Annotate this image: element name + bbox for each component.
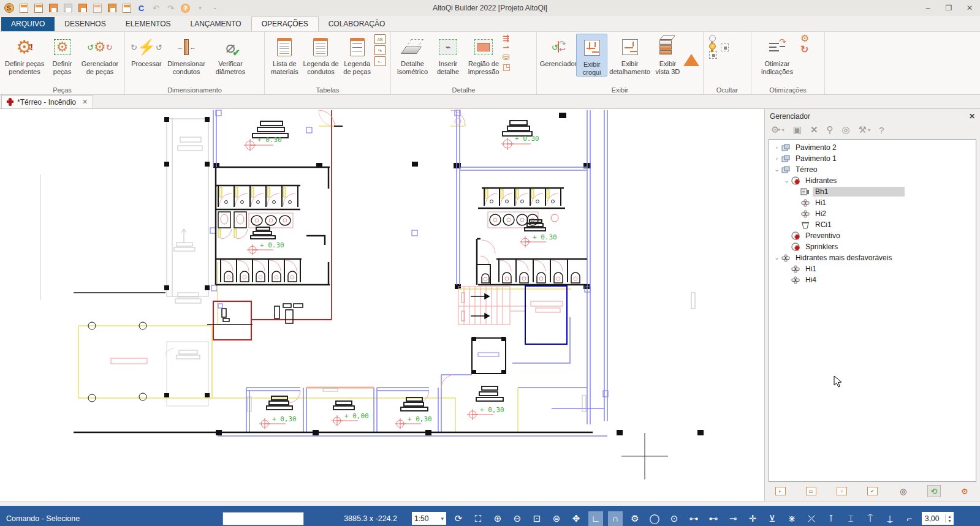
print-icon[interactable] bbox=[107, 3, 117, 13]
corner-ruler-icon[interactable]: ⌐ bbox=[902, 511, 917, 526]
exibir-detalhamento-button[interactable]: Exibir detalhamento bbox=[607, 34, 651, 75]
tab-operacoes[interactable]: OPERAÇÕES bbox=[251, 17, 319, 31]
box-3d-icon[interactable]: ◳ bbox=[503, 62, 511, 72]
processar-button[interactable]: ↻⚡↺ Processar bbox=[129, 34, 164, 68]
tree-item-pavimento-2[interactable]: › Pavimento 2 bbox=[769, 142, 976, 153]
exibir-croqui-button[interactable]: Exibir croqui bbox=[576, 34, 607, 77]
zoom-in-icon[interactable]: ⊕ bbox=[490, 511, 505, 526]
open-project-icon[interactable]: ▣ bbox=[793, 124, 802, 135]
panel-help-icon[interactable]: ? bbox=[879, 125, 884, 135]
gerenciador-de-pecas-button[interactable]: ↺⚙↻ Gerenciador de peças bbox=[79, 34, 121, 75]
tree-item-bh1[interactable]: Bh1 bbox=[769, 186, 976, 197]
snap-insert-icon[interactable]: ⌶ bbox=[843, 511, 858, 526]
tree-item-hmd-hi1[interactable]: Hi1 bbox=[769, 263, 976, 274]
lista-de-materiais-button[interactable]: Lista de materiais bbox=[268, 34, 301, 75]
chevron-down-icon[interactable]: ⌄ bbox=[773, 167, 781, 173]
bulb-off-icon[interactable] bbox=[709, 35, 716, 42]
snap-settings-icon[interactable]: ⚙ bbox=[628, 511, 642, 526]
hierarchy-view-icon[interactable]: ⑂ bbox=[835, 485, 848, 497]
refresh-project-icon[interactable]: C bbox=[136, 3, 146, 13]
restore-button[interactable]: ❐ bbox=[938, 1, 959, 15]
check-view-icon[interactable]: ✔ bbox=[865, 485, 879, 497]
roof-triangle-icon[interactable] bbox=[683, 43, 699, 66]
detalhe-isometrico-button[interactable]: Detalhe isométrico bbox=[395, 34, 430, 75]
exibir-vista-3d-button[interactable]: Exibir vista 3D bbox=[652, 34, 683, 75]
snap-endpoint-icon[interactable]: ⊶ bbox=[686, 511, 701, 526]
optimize-refresh-icon[interactable]: ↻ bbox=[800, 43, 809, 55]
refresh-view-icon[interactable]: ⟳ bbox=[451, 511, 466, 526]
open-drawing-icon[interactable] bbox=[18, 3, 29, 13]
manager-view-icon[interactable]: ⟲ bbox=[927, 485, 941, 497]
qat-overflow-icon[interactable]: ⹀ bbox=[210, 3, 220, 13]
zoom-previous-icon[interactable]: ⊜ bbox=[549, 511, 564, 526]
snap-node-icon[interactable]: ⊸ bbox=[726, 511, 740, 526]
tab-desenhos[interactable]: DESENHOS bbox=[55, 17, 115, 31]
flashlight-icon[interactable]: ⚲ bbox=[827, 124, 834, 135]
legenda-de-pecas-button[interactable]: Legenda de peças bbox=[341, 34, 373, 75]
verificar-diametros-button[interactable]: ⌀✔ Verificar diâmetros bbox=[208, 34, 253, 75]
pan-icon[interactable]: ✥ bbox=[569, 511, 583, 526]
cylinder-3d-icon[interactable]: ⛁ bbox=[503, 52, 511, 62]
minimize-button[interactable]: – bbox=[917, 1, 938, 15]
zoom-out-icon[interactable]: ⊖ bbox=[510, 511, 525, 526]
snap-distance-spinner[interactable]: 3,00 ▲▼ bbox=[922, 512, 954, 525]
tab-arquivo[interactable]: ARQUIVO bbox=[1, 17, 55, 31]
optimize-settings-icon[interactable]: ⚙ bbox=[800, 34, 809, 43]
definir-pecas-button[interactable]: ⚙ Definir peças bbox=[45, 34, 79, 75]
redo-icon[interactable]: ↷ bbox=[165, 3, 176, 13]
snap-extension-icon[interactable]: ⊻ bbox=[765, 511, 780, 526]
tree-view-icon[interactable]: ⊦ bbox=[773, 485, 787, 497]
gerenciador-button[interactable]: ↺↷↩ Gerenciador bbox=[541, 34, 576, 68]
legenda-de-condutos-button[interactable]: Legenda de condutos bbox=[301, 34, 341, 75]
command-input[interactable] bbox=[222, 512, 304, 525]
tree-item-terreo[interactable]: ⌄ Térreo bbox=[769, 164, 976, 175]
legend-ab-icon[interactable]: AB bbox=[374, 34, 386, 44]
dim-vertical-icon[interactable]: ⍊ bbox=[883, 511, 897, 526]
undo-icon[interactable]: ↶ bbox=[151, 3, 161, 13]
close-button[interactable]: ✕ bbox=[959, 1, 980, 15]
delete-item-icon[interactable]: ✕ bbox=[810, 124, 818, 135]
target-icon[interactable]: ◎ bbox=[842, 124, 850, 135]
tree-item-sprinklers[interactable]: Sprinklers bbox=[769, 241, 976, 252]
tab-colaboracao[interactable]: COLABORAÇÃO bbox=[319, 17, 395, 31]
snap-midpoint-icon[interactable]: ⊷ bbox=[706, 511, 721, 526]
tree-item-rci1[interactable]: RCi1 bbox=[769, 219, 976, 230]
new-drawing-icon[interactable] bbox=[33, 3, 44, 13]
tab-lancamento[interactable]: LANÇAMENTO bbox=[181, 17, 251, 31]
tree-item-preventivo[interactable]: Preventivo bbox=[769, 230, 976, 241]
ortho-mode-icon[interactable]: ∟ bbox=[588, 511, 603, 526]
tree-item-hmd-hi4[interactable]: Hi4 bbox=[769, 274, 976, 285]
spinner-up-icon[interactable]: ▲ bbox=[948, 514, 952, 519]
chevron-down-icon[interactable]: ⌄ bbox=[773, 255, 781, 261]
tree-item-hidrantes[interactable]: ⌄ Hidrantes bbox=[769, 175, 976, 186]
spinner-down-icon[interactable]: ▼ bbox=[948, 519, 952, 523]
help-icon[interactable]: ? bbox=[180, 3, 191, 13]
snap-magnet-icon[interactable]: ∩ bbox=[608, 511, 623, 526]
warnings-icon[interactable]: ⚙ bbox=[958, 485, 971, 497]
tree-item-hi2[interactable]: Hi2 bbox=[769, 208, 976, 219]
tree-item-hi1[interactable]: Hi1 bbox=[769, 197, 976, 208]
package-icon[interactable] bbox=[121, 3, 132, 13]
otimizar-indicacoes-button[interactable]: ↷ Otimizar indicações bbox=[755, 34, 799, 75]
tools-icon[interactable]: ⚒▾ bbox=[859, 124, 870, 135]
snap-apparent-icon[interactable]: ⤫ bbox=[804, 511, 819, 526]
legend-notes-icon[interactable]: •– bbox=[374, 56, 386, 66]
circle-center-icon[interactable]: ⊙ bbox=[667, 511, 682, 526]
isolate-selection-icon[interactable] bbox=[721, 43, 729, 51]
hide-selection-icon[interactable] bbox=[709, 51, 717, 59]
snap-perpendicular-icon[interactable]: ⊺ bbox=[824, 511, 838, 526]
legend-symbols-icon[interactable]: ▪▴ bbox=[374, 45, 386, 55]
tree-item-hidrantes-mais-desfavoraveis[interactable]: ⌄ Hidrantes mais desfavoráveis bbox=[769, 252, 976, 263]
add-piece-icon[interactable]: ⚙+▾ bbox=[771, 124, 784, 135]
drawing-canvas[interactable]: + 0.30 + 0.30 + 0.30 + 0.30 + 0,30 + 0,0… bbox=[0, 109, 765, 501]
bh1-selection-box[interactable] bbox=[213, 301, 251, 340]
level-flag-icon[interactable]: ⇀ bbox=[503, 43, 511, 52]
snap-nearest-icon[interactable]: ⋇ bbox=[784, 511, 799, 526]
document-tab-terreo-incendio[interactable]: *Térreo - Incêndio ✕ bbox=[1, 95, 93, 108]
tab-elementos[interactable]: ELEMENTOS bbox=[116, 17, 181, 31]
panel-close-icon[interactable]: ✕ bbox=[969, 112, 975, 121]
snap-intersection-icon[interactable]: ✛ bbox=[745, 511, 760, 526]
properties-view-icon[interactable]: ▭ bbox=[804, 485, 818, 497]
inserir-detalhe-button[interactable]: Inserir detalhe bbox=[430, 34, 466, 75]
send-email-icon[interactable] bbox=[92, 3, 102, 13]
